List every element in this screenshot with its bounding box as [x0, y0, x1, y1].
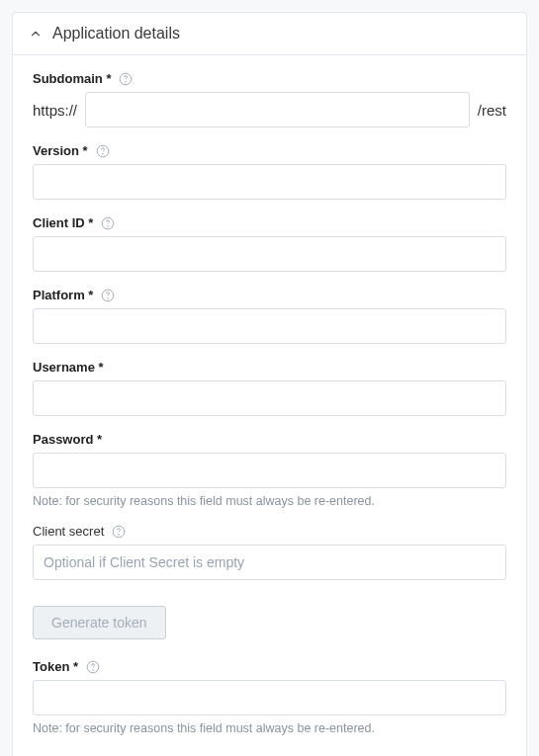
client-secret-input[interactable]: [33, 545, 506, 580]
username-label: Username *: [33, 360, 104, 375]
password-field: Password * Note: for security reasons th…: [33, 432, 506, 508]
version-input[interactable]: [33, 164, 506, 200]
panel-header[interactable]: Application details: [13, 13, 526, 55]
client-id-label: Client ID *: [33, 215, 93, 230]
platform-label: Platform *: [33, 288, 93, 302]
client-id-input[interactable]: [33, 236, 506, 272]
help-icon[interactable]: [101, 289, 115, 302]
panel-body: Subdomain * https:// /rest Version *: [13, 55, 526, 756]
token-field: Token * Note: for security reasons this …: [33, 659, 506, 735]
help-icon[interactable]: [96, 144, 110, 158]
subdomain-prefix: https://: [33, 102, 77, 119]
help-icon[interactable]: [101, 216, 115, 230]
password-label: Password *: [33, 432, 102, 447]
chevron-up-icon: [29, 27, 43, 41]
client-secret-field: Client secret: [33, 524, 506, 580]
subdomain-suffix: /rest: [478, 102, 506, 119]
application-details-panel: Application details Subdomain * https://…: [12, 12, 527, 756]
svg-point-9: [119, 534, 120, 535]
platform-field: Platform *: [33, 288, 506, 344]
help-icon[interactable]: [119, 72, 133, 86]
version-label: Version *: [33, 143, 88, 158]
panel-title: Application details: [52, 25, 180, 42]
password-note: Note: for security reasons this field mu…: [33, 494, 506, 508]
token-note: Note: for security reasons this field mu…: [33, 721, 506, 735]
svg-point-1: [126, 81, 127, 82]
token-input[interactable]: [33, 680, 506, 715]
subdomain-label: Subdomain *: [33, 71, 111, 86]
svg-point-5: [108, 225, 109, 226]
svg-point-3: [102, 153, 103, 154]
help-icon[interactable]: [86, 660, 100, 674]
svg-point-7: [108, 297, 109, 298]
username-input[interactable]: [33, 380, 506, 416]
help-icon[interactable]: [112, 525, 126, 539]
token-label: Token *: [33, 659, 78, 674]
subdomain-field: Subdomain * https:// /rest: [33, 71, 506, 127]
subdomain-input[interactable]: [85, 92, 470, 127]
platform-input[interactable]: [33, 308, 506, 344]
generate-token-button[interactable]: Generate token: [33, 606, 166, 639]
version-field: Version *: [33, 143, 506, 200]
client-id-field: Client ID *: [33, 215, 506, 272]
username-field: Username *: [33, 360, 506, 416]
svg-point-11: [93, 669, 94, 670]
password-input[interactable]: [33, 453, 506, 488]
client-secret-label: Client secret: [33, 524, 104, 539]
